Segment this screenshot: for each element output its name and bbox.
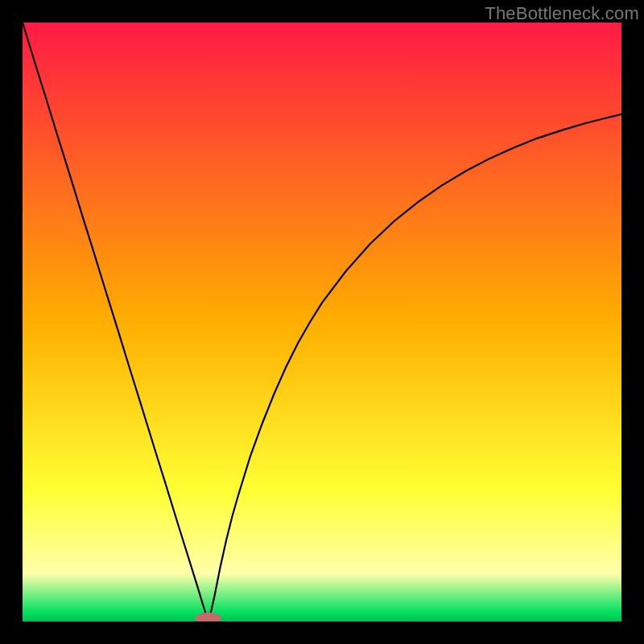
- gradient-background: [23, 23, 621, 621]
- bottleneck-chart: [23, 23, 621, 621]
- watermark-text: TheBottleneck.com: [485, 3, 639, 24]
- chart-frame: [23, 23, 621, 621]
